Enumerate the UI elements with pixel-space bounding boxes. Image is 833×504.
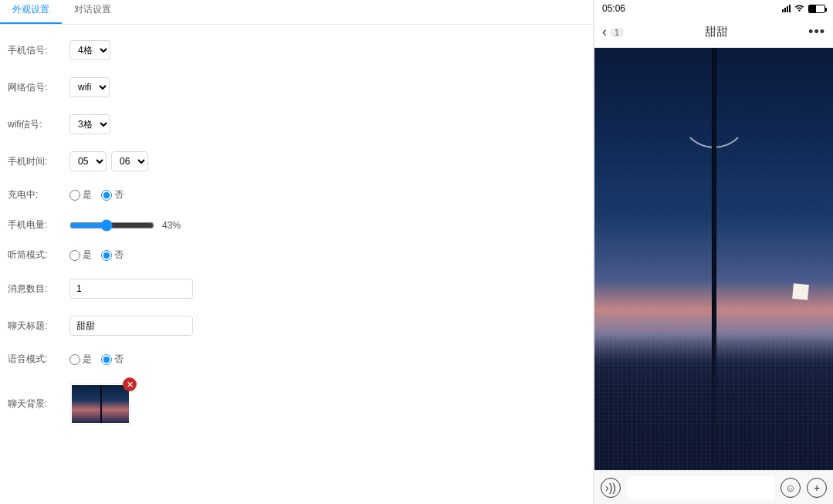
radio-voice-no[interactable]: 否: [101, 353, 124, 366]
chat-text-input[interactable]: [627, 476, 774, 499]
label-chat-title: 聊天标题:: [8, 320, 69, 333]
label-battery: 手机电量:: [8, 218, 69, 232]
radio-label-yes: 是: [83, 188, 92, 201]
row-charging: 充电中: 是 否: [8, 188, 585, 201]
chat-input-bar: ›)) ☺ +: [594, 470, 833, 504]
bg-thumbnail-img: [72, 385, 129, 423]
cellular-signal-icon: [782, 5, 791, 12]
label-network-signal: 网络信号:: [8, 81, 69, 94]
select-minute[interactable]: 06: [111, 151, 148, 171]
battery-icon: [808, 5, 825, 13]
select-wifi-signal[interactable]: 3格: [69, 114, 110, 134]
remove-bg-icon[interactable]: ✕: [123, 377, 137, 391]
row-voice-mode: 语音模式: 是 否: [8, 353, 585, 366]
chat-navbar: ‹ 1 甜甜 •••: [594, 17, 833, 48]
label-phone-signal: 手机信号:: [8, 44, 69, 57]
chat-background: [594, 48, 833, 470]
radio-charging: 是 否: [69, 188, 124, 201]
battery-percent: 43%: [162, 220, 181, 231]
radio-label-no: 否: [114, 249, 124, 262]
label-phone-time: 手机时间:: [8, 155, 69, 168]
tab-appearance[interactable]: 外观设置: [0, 0, 62, 24]
radio-label-no: 否: [114, 353, 124, 366]
label-message-count: 消息数目:: [8, 282, 69, 296]
label-wifi-signal: wifi信号:: [8, 118, 69, 131]
row-chat-title: 聊天标题:: [8, 316, 585, 336]
select-phone-signal[interactable]: 4格: [69, 40, 110, 60]
voice-icon[interactable]: ›)): [601, 478, 621, 498]
statusbar-right: [782, 3, 825, 15]
statusbar-time: 05:06: [602, 3, 625, 14]
emoji-icon[interactable]: ☺: [781, 478, 801, 498]
tabs: 外观设置 对话设置: [0, 0, 593, 25]
radio-voice-mode: 是 否: [69, 353, 124, 366]
radio-earpiece-yes[interactable]: 是: [69, 249, 92, 262]
settings-form: 手机信号: 4格 网络信号: wifi wifi信号: 3格 手机时间: 05 …: [0, 25, 593, 458]
row-message-count: 消息数目:: [8, 279, 585, 299]
row-earpiece: 听筒模式: 是 否: [8, 249, 585, 262]
select-network-signal[interactable]: wifi: [69, 77, 110, 97]
row-phone-time: 手机时间: 05 06: [8, 151, 585, 171]
phone-preview: 05:06 ‹ 1 甜甜 ••• ›)) ☺ +: [594, 0, 833, 504]
row-battery: 手机电量: 43%: [8, 218, 585, 232]
label-chat-bg: 聊天背景:: [8, 397, 69, 411]
select-hour[interactable]: 05: [69, 151, 107, 171]
row-phone-signal: 手机信号: 4格: [8, 40, 585, 60]
back-chevron-icon: ‹: [602, 24, 607, 40]
radio-charging-no[interactable]: 否: [101, 188, 124, 201]
input-chat-title[interactable]: [69, 316, 193, 336]
label-earpiece: 听筒模式:: [8, 249, 69, 262]
row-wifi-signal: wifi信号: 3格: [8, 114, 585, 134]
slider-battery[interactable]: [69, 219, 154, 232]
radio-voice-yes[interactable]: 是: [69, 353, 92, 366]
radio-earpiece: 是 否: [69, 249, 124, 262]
unread-badge: 1: [610, 28, 624, 37]
input-message-count[interactable]: [69, 279, 193, 299]
radio-label-yes: 是: [83, 353, 92, 366]
radio-label-no: 否: [114, 188, 124, 201]
row-network-signal: 网络信号: wifi: [8, 77, 585, 97]
label-charging: 充电中:: [8, 188, 69, 201]
statusbar: 05:06: [594, 0, 833, 17]
radio-charging-yes[interactable]: 是: [69, 188, 92, 201]
row-chat-bg: 聊天背景: ✕: [8, 383, 585, 425]
tab-dialog[interactable]: 对话设置: [62, 0, 124, 24]
label-voice-mode: 语音模式:: [8, 353, 69, 366]
bg-thumbnail[interactable]: ✕: [69, 383, 131, 425]
sticky-note-graphic: [792, 283, 809, 300]
nav-back[interactable]: ‹ 1: [602, 24, 624, 40]
settings-panel: 外观设置 对话设置 手机信号: 4格 网络信号: wifi wifi信号: 3格…: [0, 0, 594, 504]
radio-label-yes: 是: [83, 249, 92, 262]
more-icon[interactable]: •••: [808, 24, 825, 40]
wifi-icon: [794, 3, 805, 15]
cityscape-graphic: [594, 331, 833, 470]
chat-title: 甜甜: [705, 25, 728, 39]
plus-icon[interactable]: +: [807, 478, 827, 498]
radio-earpiece-no[interactable]: 否: [101, 249, 124, 262]
